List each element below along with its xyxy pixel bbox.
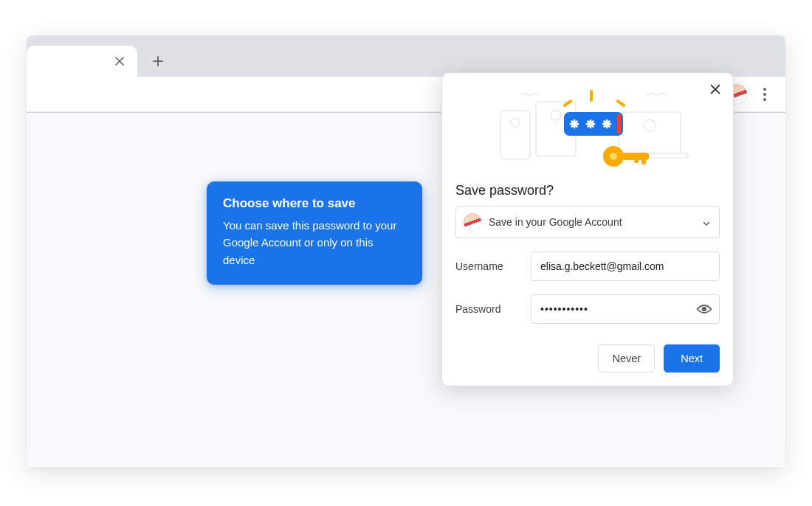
svg-point-18 <box>610 153 617 160</box>
account-avatar-icon <box>464 213 481 231</box>
browser-tab[interactable] <box>27 46 137 77</box>
tab-strip <box>27 35 785 77</box>
overflow-menu-icon[interactable] <box>753 83 777 106</box>
svg-rect-15 <box>617 114 621 134</box>
svg-rect-21 <box>634 157 639 163</box>
caret-down-icon <box>703 216 710 228</box>
close-popup-button[interactable] <box>705 79 726 100</box>
next-button[interactable]: Next <box>664 344 720 372</box>
svg-rect-13 <box>616 99 626 107</box>
username-label: Username <box>455 260 519 272</box>
svg-rect-8 <box>619 112 681 153</box>
password-label: Password <box>455 303 519 315</box>
svg-point-7 <box>551 110 561 120</box>
password-input[interactable] <box>531 294 720 324</box>
popup-title: Save password? <box>455 183 720 198</box>
svg-point-5 <box>511 118 520 127</box>
save-location-tooltip: Choose where to save You can save this p… <box>207 181 422 285</box>
account-select-label: Save in your Google Account <box>489 216 622 228</box>
username-input[interactable] <box>531 252 720 281</box>
account-select-dropdown[interactable]: Save in your Google Account <box>455 206 720 238</box>
svg-point-2 <box>763 93 766 96</box>
svg-point-22 <box>702 307 706 311</box>
tooltip-title: Choose where to save <box>223 196 406 211</box>
svg-rect-11 <box>590 90 593 102</box>
svg-point-10 <box>644 119 656 131</box>
svg-point-1 <box>763 88 766 91</box>
tooltip-body: You can save this password to your Googl… <box>223 217 406 268</box>
svg-rect-12 <box>562 99 573 107</box>
svg-rect-20 <box>641 157 646 164</box>
never-button[interactable]: Never <box>598 344 655 372</box>
new-tab-button[interactable] <box>148 51 168 72</box>
show-password-icon[interactable] <box>695 299 714 319</box>
save-password-popup: Save password? Save in your Google Accou… <box>441 72 734 387</box>
password-illustration <box>442 77 733 177</box>
svg-point-3 <box>763 98 766 101</box>
close-tab-icon[interactable] <box>112 54 127 69</box>
